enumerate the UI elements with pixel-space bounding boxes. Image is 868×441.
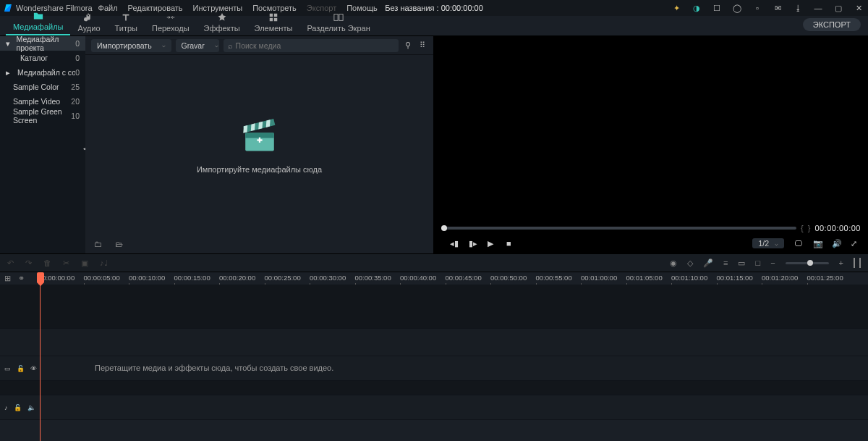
search-box[interactable]: ⌕	[224, 39, 399, 52]
ruler-tick: 00:00:20:00	[219, 274, 255, 282]
timeline-ruler[interactable]: ⊞ ⚭ 00:00:00:0000:00:05:0000:00:10:0000:…	[0, 272, 868, 285]
track-mute-icon[interactable]: 🔈	[27, 404, 35, 411]
chevron-right-icon: ▸	[6, 68, 12, 77]
mic-icon[interactable]: 🎤	[703, 259, 713, 268]
minimize-icon[interactable]: —	[813, 4, 823, 12]
mail-icon[interactable]: ✉	[773, 4, 783, 13]
scrub-thumb[interactable]	[441, 225, 447, 231]
track-visibility-icon[interactable]: ▭	[4, 365, 11, 372]
tab-elements[interactable]: Элементы	[247, 11, 300, 35]
tab-audio[interactable]: Аудио	[70, 11, 107, 35]
folder-icon	[33, 11, 43, 21]
options-icon[interactable]: □	[755, 259, 760, 267]
ruler-tick: 00:00:15:00	[174, 274, 210, 282]
audio-track[interactable]: ♪ 🔓 🔈	[0, 395, 868, 420]
sidebar-item-project-media[interactable]: ▾Медиафайл проекта 0	[0, 36, 85, 51]
sidebar-item-sample-color[interactable]: Sample Color 25	[0, 80, 85, 94]
zoom-fit-icon[interactable]	[854, 258, 861, 268]
snapshot-icon[interactable]: 📷	[813, 239, 822, 248]
new-folder-icon[interactable]: 🗀	[94, 240, 102, 248]
sidebar-item-shared-media[interactable]: ▸Медиафайл с совмест 0	[0, 65, 85, 80]
svg-rect-3	[274, 18, 277, 21]
video-viewport[interactable]	[434, 36, 868, 223]
mark-in-icon[interactable]: {	[801, 224, 804, 232]
sidebar-item-sample-video[interactable]: Sample Video 20	[0, 94, 85, 109]
record-voiceover-icon[interactable]: ◉	[670, 259, 677, 268]
ruler-tick: 00:01:00:00	[581, 274, 617, 282]
sidebar-item-sample-green[interactable]: Sample Green Screen 10	[0, 109, 85, 123]
gift-icon[interactable]: ☐	[712, 4, 722, 13]
save-icon[interactable]: ▫	[752, 4, 762, 12]
stop-icon[interactable]: ■	[506, 239, 515, 248]
ruler-tick: 00:01:25:00	[807, 274, 843, 282]
overlay-track[interactable]	[0, 285, 868, 329]
marker-icon[interactable]: ◇	[687, 259, 693, 268]
chevron-down-icon: ⌵	[162, 42, 166, 49]
scrub-track[interactable]	[441, 227, 796, 230]
grid-view-icon[interactable]: ⠿	[417, 41, 427, 50]
search-icon: ⌕	[228, 41, 233, 50]
scale-dropdown[interactable]: 1/2⌵	[752, 238, 784, 248]
text-track[interactable]	[0, 329, 868, 356]
account-icon[interactable]: ◯	[732, 4, 742, 13]
ruler-tick: 00:01:05:00	[626, 274, 663, 282]
crop-icon[interactable]: ▣	[81, 259, 88, 268]
prev-frame-icon[interactable]: ◂▮	[450, 239, 459, 248]
zoom-out-icon[interactable]: −	[770, 259, 775, 267]
import-dropdown[interactable]: Импортировать⌵	[91, 39, 171, 52]
playhead[interactable]	[40, 272, 41, 441]
svg-rect-4	[334, 14, 338, 21]
svg-rect-2	[270, 18, 273, 21]
export-button[interactable]: ЭКСПОРТ	[803, 18, 861, 31]
media-sidebar: ▾Медиафайл проекта 0 Каталог 0 ▸Медиафай…	[0, 36, 85, 253]
tab-splitscreen[interactable]: Разделить Экран	[299, 11, 377, 35]
preview-panel: { } 00:00:00:00 ◂▮ ▮▸ ▶ ■ 1/2⌵ 🖵 📷 🔊 ⤢	[434, 36, 868, 253]
redo-icon[interactable]: ↷	[25, 259, 32, 268]
zoom-slider[interactable]	[786, 262, 829, 264]
add-track-icon[interactable]: ⊞	[4, 274, 11, 283]
audio-adjust-icon[interactable]: ♪♩	[100, 259, 108, 268]
ruler-tick: 00:00:45:00	[446, 274, 482, 282]
tab-transitions[interactable]: Переходы	[145, 11, 197, 35]
timeline-toolbar: ↶ ↷ 🗑 ✂ ▣ ♪♩ ◉ ◇ 🎤 ≡ ▭ □ − +	[0, 253, 868, 272]
clapperboard-icon	[240, 116, 279, 155]
delete-icon[interactable]: 🗑	[43, 259, 51, 267]
zoom-thumb[interactable]	[807, 260, 813, 266]
close-icon[interactable]: ✕	[854, 4, 864, 13]
fullscreen-icon[interactable]: ⤢	[851, 239, 859, 248]
tab-media[interactable]: Медиафайлы	[6, 9, 70, 35]
track-audio-icon[interactable]: ♪	[4, 404, 8, 411]
mark-out-icon[interactable]: }	[808, 224, 811, 232]
play-icon[interactable]: ▶	[488, 239, 496, 248]
svg-rect-10	[250, 123, 255, 131]
tab-effects[interactable]: Эффекты	[197, 11, 247, 35]
search-input[interactable]	[236, 41, 394, 50]
quality-icon[interactable]: 🖵	[794, 239, 803, 248]
sidebar-item-catalog[interactable]: Каталог 0	[0, 51, 85, 65]
next-frame-icon[interactable]: ▮▸	[469, 239, 477, 248]
track-lock-icon[interactable]: 🔓	[14, 404, 22, 411]
svg-rect-7	[245, 133, 274, 138]
volume-icon[interactable]: 🔊	[832, 239, 841, 248]
link-icon[interactable]: ⚭	[18, 274, 25, 283]
media-drop-zone[interactable]: Импортируйте медиафайлы сюда	[85, 55, 433, 235]
timeline: ⊞ ⚭ 00:00:00:0000:00:05:0000:00:10:0000:…	[0, 272, 868, 441]
filter-icon[interactable]: ⚲	[403, 41, 413, 50]
tab-titles[interactable]: Титры	[108, 11, 145, 35]
mixer-icon[interactable]: ≡	[723, 259, 728, 267]
maximize-icon[interactable]: ▢	[833, 4, 843, 13]
video-track[interactable]: ▭ 🔓 👁 Перетащите медиа и эффекты сюда, ч…	[0, 356, 868, 381]
track-lock-icon[interactable]: 🔓	[17, 365, 25, 372]
split-icon[interactable]: ✂	[63, 259, 69, 268]
record-dropdown[interactable]: Gravar⌵	[176, 39, 219, 52]
track-eye-icon[interactable]: 👁	[30, 365, 37, 372]
undo-icon[interactable]: ↶	[7, 259, 14, 268]
headphones-icon[interactable]: ◑	[692, 4, 702, 13]
ruler-tick: 00:00:35:00	[355, 274, 391, 282]
download-icon[interactable]: ⭳	[793, 4, 803, 12]
render-icon[interactable]: ▭	[738, 259, 745, 268]
transition-icon	[166, 12, 176, 22]
zoom-in-icon[interactable]: +	[839, 259, 843, 267]
lightbulb-icon[interactable]: ✦	[671, 4, 681, 13]
open-folder-icon[interactable]: 🗁	[115, 240, 123, 248]
